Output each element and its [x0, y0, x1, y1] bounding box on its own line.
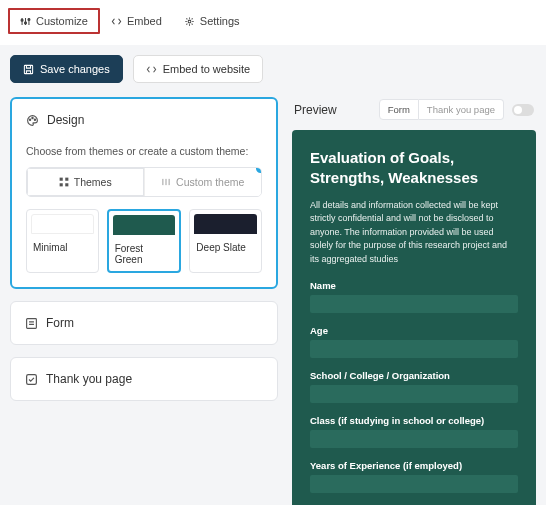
svg-rect-12: [27, 318, 37, 328]
grid-icon: [59, 177, 69, 187]
seg-label: Themes: [74, 176, 112, 188]
school-field[interactable]: [310, 385, 518, 403]
tab-customize[interactable]: Customize: [8, 8, 100, 34]
years-field[interactable]: [310, 475, 518, 493]
preview-toggle[interactable]: [512, 104, 534, 116]
code-icon: [111, 16, 122, 27]
age-field[interactable]: [310, 340, 518, 358]
class-field[interactable]: [310, 430, 518, 448]
tab-embed[interactable]: Embed: [100, 8, 173, 34]
card-title: Thank you page: [46, 372, 132, 386]
sliders-icon: [20, 16, 31, 27]
theme-forest-green[interactable]: Forest Green: [107, 209, 182, 273]
palette-icon: [26, 114, 39, 127]
seg-label: Custom theme: [176, 176, 244, 188]
svg-point-3: [188, 20, 191, 23]
save-button[interactable]: Save changes: [10, 55, 123, 83]
form-title: Evaluation of Goals, Strengths, Weakness…: [310, 148, 518, 189]
code-icon: [146, 64, 157, 75]
theme-label: Deep Slate: [190, 238, 261, 253]
embed-button[interactable]: Embed to website: [133, 55, 263, 83]
gear-icon: [184, 16, 195, 27]
preview-title: Preview: [294, 103, 337, 117]
svg-point-5: [29, 119, 30, 120]
svg-rect-9: [65, 178, 68, 181]
form-icon: [25, 317, 38, 330]
form-preview: Evaluation of Goals, Strengths, Weakness…: [292, 130, 536, 505]
seg-themes[interactable]: Themes: [27, 168, 144, 196]
svg-rect-11: [65, 183, 68, 186]
svg-rect-10: [59, 183, 62, 186]
svg-rect-4: [24, 65, 32, 73]
button-label: Save changes: [40, 63, 110, 75]
button-label: Embed to website: [163, 63, 250, 75]
design-card[interactable]: Design Choose from themes or create a cu…: [10, 97, 278, 289]
theme-label: Forest Green: [109, 239, 180, 265]
theme-label: Minimal: [27, 238, 98, 253]
card-title: Form: [46, 316, 74, 330]
svg-point-7: [34, 119, 35, 120]
card-title: Design: [47, 113, 84, 127]
theme-minimal[interactable]: Minimal: [26, 209, 99, 273]
field-label: Name: [310, 280, 518, 291]
preview-tab-form[interactable]: Form: [379, 99, 419, 120]
field-label: Age: [310, 325, 518, 336]
svg-point-6: [32, 117, 33, 118]
check-icon: [25, 373, 38, 386]
field-label: Years of Experience (if employed): [310, 460, 518, 471]
theme-mode-segment: Themes Custom theme: [26, 167, 262, 197]
swatch: [194, 214, 257, 234]
seg-custom[interactable]: Custom theme: [144, 168, 262, 196]
form-card[interactable]: Form: [10, 301, 278, 345]
svg-rect-8: [59, 178, 62, 181]
tab-settings[interactable]: Settings: [173, 8, 251, 34]
thankyou-card[interactable]: Thank you page: [10, 357, 278, 401]
swatch: [31, 214, 94, 234]
field-label: School / College / Organization: [310, 370, 518, 381]
theme-deep-slate[interactable]: Deep Slate: [189, 209, 262, 273]
save-icon: [23, 64, 34, 75]
sliders-icon: [161, 177, 171, 187]
field-label: Class (if studying in school or college): [310, 415, 518, 426]
svg-point-1: [24, 21, 26, 23]
svg-point-0: [21, 19, 23, 21]
tab-label: Settings: [200, 15, 240, 27]
design-hint: Choose from themes or create a custom th…: [26, 145, 262, 157]
swatch: [113, 215, 176, 235]
name-field[interactable]: [310, 295, 518, 313]
indicator-dot: [256, 167, 262, 173]
preview-tab-thankyou[interactable]: Thank you page: [419, 99, 504, 120]
svg-point-2: [28, 18, 30, 20]
tab-label: Customize: [36, 15, 88, 27]
form-description: All details and information collected wi…: [310, 199, 518, 267]
tab-label: Embed: [127, 15, 162, 27]
